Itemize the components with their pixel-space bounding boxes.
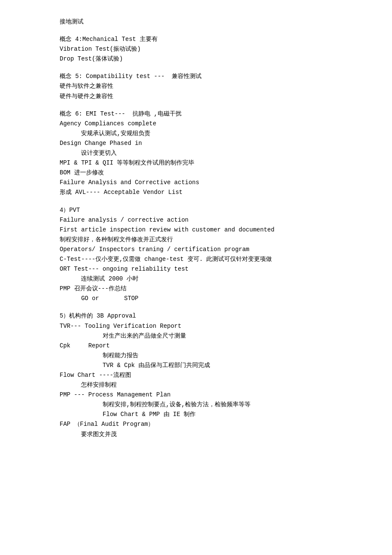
text-line: 对生产出来的产品做全尺寸测量	[60, 331, 332, 341]
text-line: Drop Test(落体试验)	[60, 54, 332, 64]
paragraph-concept6: 概念 6: EMI Test--- 抗静电 ,电磁干扰Agency Compli…	[60, 109, 332, 198]
text-line: Cpk Report	[60, 341, 332, 351]
text-line: 连续测试 2000 小时	[60, 274, 332, 284]
text-line: C-Test----仅小变更,仅需做 change-test 变可. 此测试可仅…	[60, 254, 332, 264]
text-line: BOM 进一步修改	[60, 168, 332, 178]
text-line: Failure Analysis and Corrective actions	[60, 178, 332, 188]
text-line: Agency Compliances complete	[60, 119, 332, 129]
paragraph-concept5: 概念 5: Compatibility test --- 兼容性测试硬件与软件之…	[60, 72, 332, 101]
text-line: 制程能力报告	[60, 351, 332, 361]
page-content: 接地测试概念 4:Mechanical Test 主要有Vibration Te…	[0, 0, 392, 464]
text-line: Flow Chart & PMP 由 IE 制作	[60, 410, 332, 419]
text-line: Vibration Test(振动试验)	[60, 44, 332, 54]
text-line: 制程安排,制程控制要点,设备,检验方法，检验频率等等	[60, 400, 332, 410]
text-line: First article inspection review with cus…	[60, 225, 332, 235]
text-line: Failure analysis / corrective action	[60, 215, 332, 225]
text-line: 硬件与硬件之兼容性	[60, 92, 332, 101]
text-line: Operators/ Inspectors traning / certific…	[60, 245, 332, 254]
text-line: 概念 4:Mechanical Test 主要有	[60, 35, 332, 44]
paragraph-approval-3b: 5）机构件的 3B ApprovalTVR--- Tooling Verific…	[60, 311, 332, 439]
text-line: TVR & Cpk 由品保与工程部门共同完成	[60, 361, 332, 370]
text-line: 制程安排好，各种制程文件修改并正式发行	[60, 235, 332, 245]
text-line: 设计变更切入	[60, 148, 332, 158]
text-line: MPI & TPI & QII 等等制程文件试用的制作完毕	[60, 158, 332, 168]
text-line: FAP （Final Audit Program）	[60, 419, 332, 429]
text-line: 概念 6: EMI Test--- 抗静电 ,电磁干扰	[60, 109, 332, 119]
text-line: 接地测试	[60, 17, 332, 27]
text-line: 概念 5: Compatibility test --- 兼容性测试	[60, 72, 332, 81]
text-line: PMP --- Process Management Plan	[60, 390, 332, 400]
text-line: 怎样安排制程	[60, 380, 332, 390]
text-line: 要求图文并茂	[60, 430, 332, 439]
paragraph-concept4: 概念 4:Mechanical Test 主要有Vibration Test(振…	[60, 35, 332, 64]
text-line: 形成 AVL---- Acceptable Vendor List	[60, 188, 332, 197]
paragraph-grounding-test: 接地测试	[60, 17, 332, 27]
text-line: TVR--- Tooling Verification Report	[60, 321, 332, 331]
paragraph-pvt: 4）PVTFailure analysis / corrective actio…	[60, 205, 332, 304]
text-line: Design Change Phased in	[60, 139, 332, 148]
text-line: 4）PVT	[60, 205, 332, 215]
text-line: ORT Test--- ongoing reliability test	[60, 264, 332, 274]
text-line: 硬件与软件之兼容性	[60, 81, 332, 91]
text-line: PMP 召开会议---作总结	[60, 284, 332, 294]
text-line: 5）机构件的 3B Approval	[60, 311, 332, 321]
text-line: GO or STOP	[60, 294, 332, 304]
text-line: 安规承认测试,安规组负责	[60, 129, 332, 139]
text-line: Flow Chart ----流程图	[60, 370, 332, 380]
